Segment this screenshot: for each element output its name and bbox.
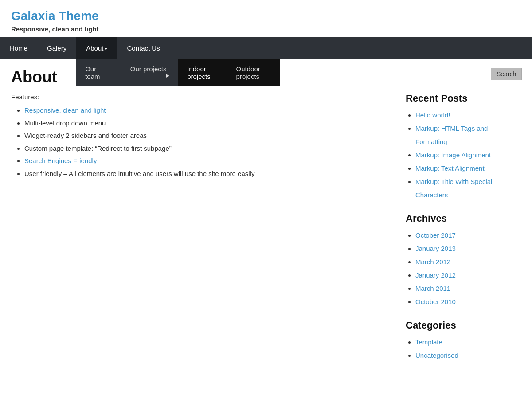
archive-1: January 2013 — [415, 242, 521, 255]
feature-item-0: Responsive, clean and light — [24, 104, 392, 117]
dropdown-link-our-projects[interactable]: Our projects — [121, 59, 178, 79]
sidebar: Search Recent Posts Hello world! Markup:… — [406, 68, 521, 373]
recent-post-link-0[interactable]: Hello world! — [415, 111, 450, 119]
submenu-item-outdoor[interactable]: Outdoor projects — [227, 59, 281, 86]
recent-post-0: Hello world! — [415, 109, 521, 122]
archive-link-5[interactable]: October 2010 — [415, 298, 456, 305]
nav-item-about[interactable]: About Our team Our projects Indoor proje… — [76, 37, 117, 59]
archive-link-0[interactable]: October 2017 — [415, 231, 456, 239]
nav-link-about[interactable]: About — [76, 37, 117, 59]
recent-post-link-4[interactable]: Markup: Title With Special Characters — [415, 178, 492, 199]
recent-post-4: Markup: Title With Special Characters — [415, 175, 521, 202]
search-button[interactable]: Search — [491, 68, 522, 80]
main-content: About Features: Responsive, clean and li… — [11, 68, 392, 373]
nav-item-home[interactable]: Home — [0, 37, 37, 59]
archive-0: October 2017 — [415, 229, 521, 242]
nav-link-galery[interactable]: Galery — [37, 37, 76, 59]
nav-link-home[interactable]: Home — [0, 37, 37, 59]
archive-5: October 2010 — [415, 295, 521, 309]
recent-post-link-1[interactable]: Markup: HTML Tags and Formatting — [415, 125, 488, 145]
site-header: Galaxia Theme Responsive, clean and ligh… — [0, 0, 532, 37]
archive-3: January 2012 — [415, 269, 521, 282]
recent-post-2: Markup: Image Alignment — [415, 149, 521, 162]
nav-item-galery[interactable]: Galery — [37, 37, 76, 59]
recent-posts-section: Recent Posts Hello world! Markup: HTML T… — [406, 93, 521, 202]
archive-link-4[interactable]: March 2011 — [415, 285, 450, 292]
archive-link-1[interactable]: January 2013 — [415, 245, 456, 252]
category-link-1[interactable]: Uncategorised — [415, 352, 458, 359]
nav-link-contact[interactable]: Contact Us — [117, 37, 169, 59]
feature-link-0[interactable]: Responsive, clean and light — [24, 106, 106, 114]
categories-list: Template Uncategorised — [406, 336, 521, 362]
projects-submenu: Indoor projects Outdoor projects — [178, 59, 280, 86]
dropdown-item-our-projects[interactable]: Our projects Indoor projects Outdoor pro… — [121, 59, 178, 86]
search-input[interactable] — [406, 68, 491, 80]
archives-section: Archives October 2017 January 2013 March… — [406, 213, 521, 309]
submenu-link-indoor[interactable]: Indoor projects — [178, 59, 227, 86]
archive-link-2[interactable]: March 2012 — [415, 258, 450, 266]
category-0: Template — [415, 336, 521, 349]
archive-2: March 2012 — [415, 255, 521, 269]
recent-post-1: Markup: HTML Tags and Formatting — [415, 122, 521, 149]
archive-link-3[interactable]: January 2012 — [415, 271, 456, 279]
sidebar-search-widget: Search — [406, 68, 521, 80]
feature-item-3: Custom page template: “Redirect to first… — [24, 142, 392, 155]
archives-list: October 2017 January 2013 March 2012 Jan… — [406, 229, 521, 309]
site-tagline: Responsive, clean and light — [11, 25, 521, 33]
recent-post-link-2[interactable]: Markup: Image Alignment — [415, 151, 491, 159]
archives-heading: Archives — [406, 213, 521, 224]
content-wrapper: About Features: Responsive, clean and li… — [0, 59, 532, 382]
recent-posts-heading: Recent Posts — [406, 93, 521, 104]
features-list: Responsive, clean and light Multi-level … — [11, 104, 392, 180]
categories-section: Categories Template Uncategorised — [406, 320, 521, 362]
main-nav: Home Galery About Our team Our projects … — [0, 37, 532, 59]
about-dropdown: Our team Our projects Indoor projects Ou… — [76, 59, 178, 86]
nav-item-contact[interactable]: Contact Us — [117, 37, 169, 59]
archive-4: March 2011 — [415, 282, 521, 295]
recent-post-3: Markup: Text Alignment — [415, 162, 521, 175]
features-label: Features: — [11, 93, 392, 101]
feature-item-1: Multi-level drop down menu — [24, 117, 392, 130]
submenu-item-indoor[interactable]: Indoor projects — [178, 59, 227, 86]
recent-posts-list: Hello world! Markup: HTML Tags and Forma… — [406, 109, 521, 202]
submenu-link-outdoor[interactable]: Outdoor projects — [227, 59, 281, 86]
categories-heading: Categories — [406, 320, 521, 331]
feature-item-5: User friendly – All elements are intuiti… — [24, 168, 392, 180]
feature-item-2: Widget-ready 2 sidebars and footer areas — [24, 129, 392, 142]
recent-post-link-3[interactable]: Markup: Text Alignment — [415, 164, 485, 172]
dropdown-item-our-team[interactable]: Our team — [76, 59, 121, 86]
category-link-0[interactable]: Template — [415, 338, 442, 346]
site-title[interactable]: Galaxia Theme — [11, 9, 521, 23]
dropdown-link-our-team[interactable]: Our team — [76, 59, 121, 86]
feature-item-4: Search Engines Friendly — [24, 155, 392, 168]
category-1: Uncategorised — [415, 349, 521, 362]
feature-link-4[interactable]: Search Engines Friendly — [24, 157, 97, 164]
